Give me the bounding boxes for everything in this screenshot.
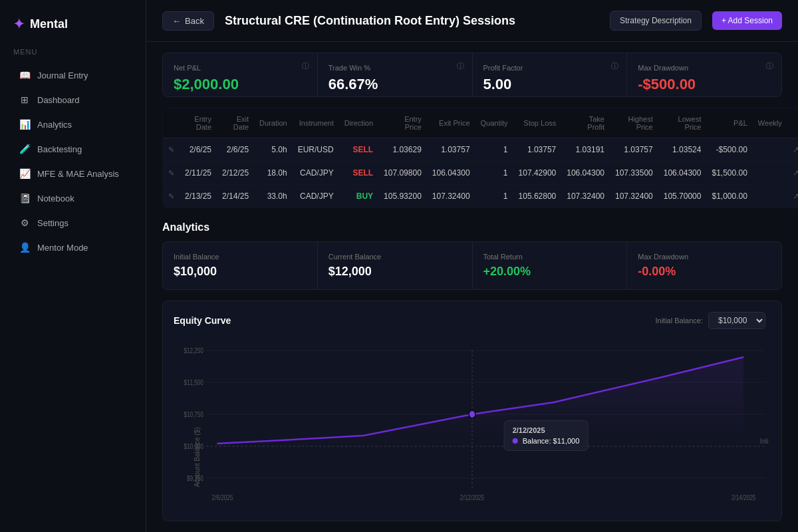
pnl-1: $1,500.00 [706,162,752,185]
svg-text:$10,750: $10,750 [184,411,203,418]
stat-info-icon-net_pnl[interactable]: ⓘ [302,61,309,71]
direction-2: BUY [339,185,378,208]
col-edit [163,108,180,138]
logo: ✦ Mental [0,11,146,48]
svg-text:$11,500: $11,500 [184,379,203,386]
weekly-2 [753,185,787,208]
equity-section: Equity Curve Initial Balance: $10,000 $1… [162,301,782,521]
main-content: ← Back Structural CRE (Continuation Root… [146,0,798,532]
analytics-value-3: -0.00% [638,265,771,279]
col-duration: Duration [254,108,293,138]
exit-price-0: 1.03757 [427,138,475,162]
settings-icon: ⚙ [19,217,31,228]
back-button[interactable]: ← Back [162,11,214,31]
sidebar-item-settings[interactable]: ⚙ Settings [5,211,140,235]
weekly-0 [753,138,787,162]
analytics-value-0: $10,000 [174,265,307,279]
menu-label: Menu [0,48,146,63]
exit-date-0: 2/6/25 [217,138,254,162]
exit-date-2: 2/14/25 [217,185,254,208]
edit-icon-1[interactable]: ✎ [163,162,180,185]
edit-icon-0[interactable]: ✎ [163,138,180,162]
exit-date-1: 2/12/25 [217,162,254,185]
col-exit-price: Exit Price [427,108,475,138]
stop-loss-0: 1.03757 [513,138,562,162]
analytics-value-1: $12,000 [329,265,462,279]
duration-1: 18.0h [254,162,293,185]
col-entry-price: EntryPrice [378,108,427,138]
direction-0: SELL [339,138,378,162]
sidebar-item-label-dashboard: Dashboard [37,95,80,105]
duration-0: 5.0h [254,138,293,162]
balance-select[interactable]: $10,000 $12,000 [708,312,765,329]
sidebar-item-dashboard[interactable]: ⊞ Dashboard [5,88,140,112]
duration-2: 33.0h [254,185,293,208]
add-session-button[interactable]: + Add Session [712,11,782,30]
sidebar-item-analytics[interactable]: 📊 Analytics [5,112,140,136]
entry-date-1: 2/11/25 [180,162,217,185]
col-weekly: Weekly [753,108,787,138]
equity-card: Equity Curve Initial Balance: $10,000 $1… [162,301,782,521]
entry-price-1: 107.09800 [378,162,427,185]
equity-chart-svg: $12,250 $11,500 $10,750 $10,000 $9,250 2… [174,337,771,510]
sidebar: ✦ Mental Menu 📖 Journal Entry ⊞ Dashboar… [0,0,146,532]
svg-point-15 [469,410,475,418]
col-lowest-price: LowestPrice [658,108,707,138]
stat-card-profit_factor: Profit Factor 5.00 ⓘ [473,53,627,97]
highest-price-1: 107.33500 [610,162,658,185]
lowest-price-2: 105.70000 [658,185,707,208]
col-stop-loss: Stop Loss [513,108,562,138]
edit-icon-2[interactable]: ✎ [163,185,180,208]
take-profit-1: 106.04300 [561,162,610,185]
table-header-row: EntryDate ExitDate Duration Instrument D… [163,108,799,138]
stat-value-max_drawdown: -$500.00 [638,76,771,93]
col-direction: Direction [339,108,378,138]
stat-value-trade_win: 66.67% [329,76,462,93]
analytics-card-0: Initial Balance $10,000 [163,242,317,289]
quantity-0: 1 [475,138,513,162]
direction-1: SELL [339,162,378,185]
instrument-2: CAD/JPY [293,185,339,208]
initial-balance-label: Initial Balance: [655,317,703,325]
journal-icon: 📖 [19,70,31,80]
table-row: ✎ 2/6/25 2/6/25 5.0h EUR/USD SELL 1.0362… [163,138,799,162]
external-link-1[interactable]: ↗ [787,162,798,185]
table-row: ✎ 2/11/25 2/12/25 18.0h CAD/JPY SELL 107… [163,162,799,185]
exit-price-1: 106.04300 [427,162,475,185]
strategy-description-button[interactable]: Strategy Description [610,11,702,31]
y-axis-label: Account Balance ($) [194,428,201,487]
sidebar-item-mentor[interactable]: 👤 Mentor Mode [5,235,140,259]
sidebar-item-mfe[interactable]: 📈 MFE & MAE Analysis [5,162,140,186]
back-arrow-icon: ← [172,16,181,26]
pnl-0: -$500.00 [706,138,752,162]
dashboard-icon: ⊞ [19,94,31,105]
analytics-section: Analytics Initial Balance $10,000 Curren… [162,221,782,290]
stop-loss-1: 107.42900 [513,162,562,185]
mentor-icon: 👤 [19,242,31,253]
tooltip-balance: Balance: $11,000 [513,437,580,445]
pnl-2: $1,000.00 [706,185,752,208]
stat-info-icon-profit_factor[interactable]: ⓘ [611,61,618,71]
equity-header: Equity Curve Initial Balance: $10,000 $1… [174,312,771,329]
external-link-0[interactable]: ↗ [787,138,798,162]
col-highest-price: HighestPrice [610,108,658,138]
stat-card-max_drawdown: Max Drawdown -$500.00 ⓘ [627,53,781,97]
notebook-icon: 📓 [19,193,31,203]
sidebar-item-backtesting[interactable]: 🧪 Backtesting [5,137,140,161]
external-link-2[interactable]: ↗ [787,185,798,208]
mfe-icon: 📈 [19,168,31,179]
tooltip-dot [513,438,518,444]
equity-chart-container: Account Balance ($) $12,250 $11,500 $10,… [174,337,771,510]
stat-info-icon-trade_win[interactable]: ⓘ [457,61,464,71]
svg-text:2/12/2025: 2/12/2025 [460,494,484,501]
take-profit-0: 1.03191 [561,138,610,162]
quantity-1: 1 [475,162,513,185]
chart-tooltip: 2/12/2025 Balance: $11,000 [504,420,589,451]
svg-marker-13 [217,357,743,446]
sidebar-item-notebook[interactable]: 📓 Notebook [5,186,140,210]
stat-value-profit_factor: 5.00 [483,76,616,93]
stat-info-icon-max_drawdown[interactable]: ⓘ [766,61,773,71]
sidebar-item-journal[interactable]: 📖 Journal Entry [5,63,140,87]
trades-table: EntryDate ExitDate Duration Instrument D… [162,108,798,208]
svg-text:$12,250: $12,250 [184,347,203,354]
